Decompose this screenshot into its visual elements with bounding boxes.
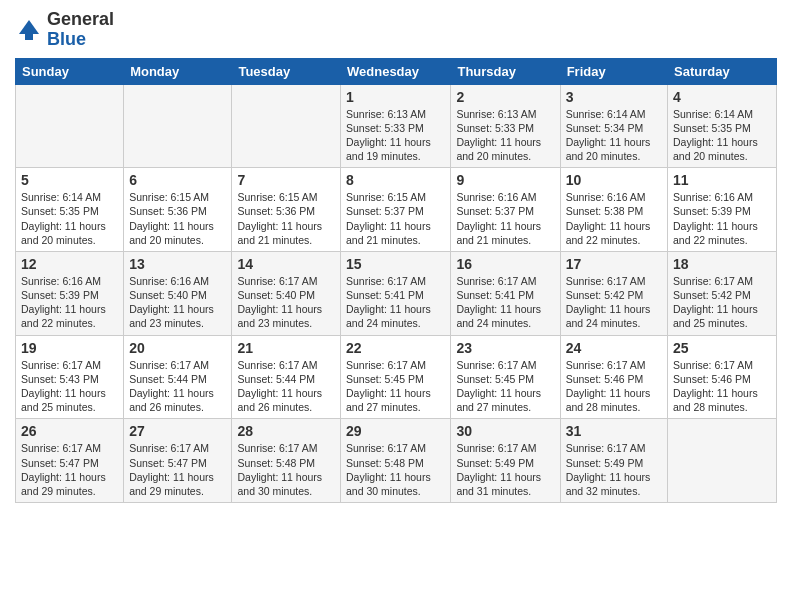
day-info: Sunrise: 6:16 AMSunset: 5:39 PMDaylight:… <box>21 274 118 331</box>
day-info: Sunrise: 6:16 AMSunset: 5:40 PMDaylight:… <box>129 274 226 331</box>
day-info: Sunrise: 6:15 AMSunset: 5:37 PMDaylight:… <box>346 190 445 247</box>
calendar-cell: 24Sunrise: 6:17 AMSunset: 5:46 PMDayligh… <box>560 335 667 419</box>
day-number: 4 <box>673 89 771 105</box>
calendar-cell: 31Sunrise: 6:17 AMSunset: 5:49 PMDayligh… <box>560 419 667 503</box>
day-info: Sunrise: 6:17 AMSunset: 5:49 PMDaylight:… <box>566 441 662 498</box>
calendar-cell: 7Sunrise: 6:15 AMSunset: 5:36 PMDaylight… <box>232 168 341 252</box>
calendar-cell <box>16 84 124 168</box>
calendar-table: SundayMondayTuesdayWednesdayThursdayFrid… <box>15 58 777 503</box>
day-info: Sunrise: 6:14 AMSunset: 5:35 PMDaylight:… <box>673 107 771 164</box>
logo-general: General <box>47 9 114 29</box>
day-number: 6 <box>129 172 226 188</box>
day-info: Sunrise: 6:17 AMSunset: 5:44 PMDaylight:… <box>129 358 226 415</box>
calendar-cell: 26Sunrise: 6:17 AMSunset: 5:47 PMDayligh… <box>16 419 124 503</box>
calendar-cell: 16Sunrise: 6:17 AMSunset: 5:41 PMDayligh… <box>451 251 560 335</box>
calendar-cell: 5Sunrise: 6:14 AMSunset: 5:35 PMDaylight… <box>16 168 124 252</box>
day-info: Sunrise: 6:17 AMSunset: 5:47 PMDaylight:… <box>129 441 226 498</box>
calendar-cell: 14Sunrise: 6:17 AMSunset: 5:40 PMDayligh… <box>232 251 341 335</box>
day-number: 22 <box>346 340 445 356</box>
calendar-cell: 25Sunrise: 6:17 AMSunset: 5:46 PMDayligh… <box>668 335 777 419</box>
day-number: 16 <box>456 256 554 272</box>
day-info: Sunrise: 6:16 AMSunset: 5:39 PMDaylight:… <box>673 190 771 247</box>
day-info: Sunrise: 6:17 AMSunset: 5:45 PMDaylight:… <box>456 358 554 415</box>
day-number: 11 <box>673 172 771 188</box>
calendar-cell: 17Sunrise: 6:17 AMSunset: 5:42 PMDayligh… <box>560 251 667 335</box>
calendar-cell: 18Sunrise: 6:17 AMSunset: 5:42 PMDayligh… <box>668 251 777 335</box>
calendar-cell: 6Sunrise: 6:15 AMSunset: 5:36 PMDaylight… <box>124 168 232 252</box>
calendar-cell: 23Sunrise: 6:17 AMSunset: 5:45 PMDayligh… <box>451 335 560 419</box>
calendar-cell <box>124 84 232 168</box>
day-info: Sunrise: 6:14 AMSunset: 5:35 PMDaylight:… <box>21 190 118 247</box>
header-sunday: Sunday <box>16 58 124 84</box>
logo: General Blue <box>15 10 114 50</box>
day-number: 23 <box>456 340 554 356</box>
calendar-cell: 15Sunrise: 6:17 AMSunset: 5:41 PMDayligh… <box>341 251 451 335</box>
day-number: 12 <box>21 256 118 272</box>
day-info: Sunrise: 6:17 AMSunset: 5:44 PMDaylight:… <box>237 358 335 415</box>
day-number: 31 <box>566 423 662 439</box>
logo-blue: Blue <box>47 29 86 49</box>
calendar-cell: 10Sunrise: 6:16 AMSunset: 5:38 PMDayligh… <box>560 168 667 252</box>
day-info: Sunrise: 6:14 AMSunset: 5:34 PMDaylight:… <box>566 107 662 164</box>
day-number: 28 <box>237 423 335 439</box>
day-info: Sunrise: 6:17 AMSunset: 5:47 PMDaylight:… <box>21 441 118 498</box>
day-info: Sunrise: 6:17 AMSunset: 5:48 PMDaylight:… <box>237 441 335 498</box>
day-info: Sunrise: 6:13 AMSunset: 5:33 PMDaylight:… <box>456 107 554 164</box>
calendar-week-2: 5Sunrise: 6:14 AMSunset: 5:35 PMDaylight… <box>16 168 777 252</box>
header-wednesday: Wednesday <box>341 58 451 84</box>
calendar-cell <box>232 84 341 168</box>
day-number: 10 <box>566 172 662 188</box>
day-info: Sunrise: 6:17 AMSunset: 5:42 PMDaylight:… <box>673 274 771 331</box>
day-number: 3 <box>566 89 662 105</box>
calendar-week-3: 12Sunrise: 6:16 AMSunset: 5:39 PMDayligh… <box>16 251 777 335</box>
day-info: Sunrise: 6:15 AMSunset: 5:36 PMDaylight:… <box>237 190 335 247</box>
day-info: Sunrise: 6:16 AMSunset: 5:37 PMDaylight:… <box>456 190 554 247</box>
calendar-cell: 29Sunrise: 6:17 AMSunset: 5:48 PMDayligh… <box>341 419 451 503</box>
day-info: Sunrise: 6:17 AMSunset: 5:48 PMDaylight:… <box>346 441 445 498</box>
day-number: 8 <box>346 172 445 188</box>
svg-rect-1 <box>25 34 33 40</box>
day-info: Sunrise: 6:17 AMSunset: 5:46 PMDaylight:… <box>566 358 662 415</box>
day-info: Sunrise: 6:17 AMSunset: 5:45 PMDaylight:… <box>346 358 445 415</box>
day-info: Sunrise: 6:17 AMSunset: 5:40 PMDaylight:… <box>237 274 335 331</box>
calendar-cell: 22Sunrise: 6:17 AMSunset: 5:45 PMDayligh… <box>341 335 451 419</box>
day-number: 5 <box>21 172 118 188</box>
day-number: 29 <box>346 423 445 439</box>
calendar-cell: 20Sunrise: 6:17 AMSunset: 5:44 PMDayligh… <box>124 335 232 419</box>
calendar-cell <box>668 419 777 503</box>
day-number: 7 <box>237 172 335 188</box>
calendar-cell: 12Sunrise: 6:16 AMSunset: 5:39 PMDayligh… <box>16 251 124 335</box>
calendar-cell: 3Sunrise: 6:14 AMSunset: 5:34 PMDaylight… <box>560 84 667 168</box>
calendar-cell: 2Sunrise: 6:13 AMSunset: 5:33 PMDaylight… <box>451 84 560 168</box>
day-info: Sunrise: 6:17 AMSunset: 5:46 PMDaylight:… <box>673 358 771 415</box>
logo-icon <box>15 16 43 44</box>
calendar-cell: 19Sunrise: 6:17 AMSunset: 5:43 PMDayligh… <box>16 335 124 419</box>
day-number: 17 <box>566 256 662 272</box>
day-number: 14 <box>237 256 335 272</box>
day-number: 21 <box>237 340 335 356</box>
day-number: 25 <box>673 340 771 356</box>
day-number: 27 <box>129 423 226 439</box>
calendar-cell: 21Sunrise: 6:17 AMSunset: 5:44 PMDayligh… <box>232 335 341 419</box>
day-number: 24 <box>566 340 662 356</box>
day-info: Sunrise: 6:17 AMSunset: 5:41 PMDaylight:… <box>346 274 445 331</box>
calendar-cell: 9Sunrise: 6:16 AMSunset: 5:37 PMDaylight… <box>451 168 560 252</box>
calendar-cell: 1Sunrise: 6:13 AMSunset: 5:33 PMDaylight… <box>341 84 451 168</box>
calendar-cell: 30Sunrise: 6:17 AMSunset: 5:49 PMDayligh… <box>451 419 560 503</box>
header-friday: Friday <box>560 58 667 84</box>
day-info: Sunrise: 6:16 AMSunset: 5:38 PMDaylight:… <box>566 190 662 247</box>
calendar-cell: 4Sunrise: 6:14 AMSunset: 5:35 PMDaylight… <box>668 84 777 168</box>
calendar-week-5: 26Sunrise: 6:17 AMSunset: 5:47 PMDayligh… <box>16 419 777 503</box>
day-number: 18 <box>673 256 771 272</box>
calendar-cell: 27Sunrise: 6:17 AMSunset: 5:47 PMDayligh… <box>124 419 232 503</box>
calendar-header-row: SundayMondayTuesdayWednesdayThursdayFrid… <box>16 58 777 84</box>
calendar-cell: 28Sunrise: 6:17 AMSunset: 5:48 PMDayligh… <box>232 419 341 503</box>
header-thursday: Thursday <box>451 58 560 84</box>
day-number: 30 <box>456 423 554 439</box>
day-number: 9 <box>456 172 554 188</box>
day-number: 19 <box>21 340 118 356</box>
day-number: 26 <box>21 423 118 439</box>
calendar-week-4: 19Sunrise: 6:17 AMSunset: 5:43 PMDayligh… <box>16 335 777 419</box>
svg-marker-0 <box>19 20 39 34</box>
calendar-week-1: 1Sunrise: 6:13 AMSunset: 5:33 PMDaylight… <box>16 84 777 168</box>
